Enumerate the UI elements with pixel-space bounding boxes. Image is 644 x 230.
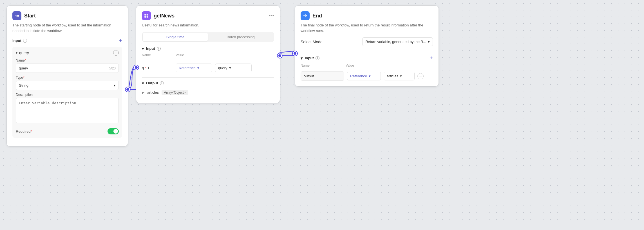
getnews-more-button[interactable]: ••• [269, 13, 274, 19]
start-icon [14, 13, 19, 18]
getnews-tab-batch[interactable]: Batch processing [208, 33, 273, 41]
start-node-description: The starting node of the workflow, used … [12, 22, 122, 33]
start-add-input-button[interactable]: + [119, 37, 122, 44]
getnews-output-articles-type: Array<Object> [162, 90, 188, 95]
getnews-output-label: ▾ Output i [142, 81, 164, 85]
getnews-col-value: Value [176, 53, 184, 57]
end-select-mode-chevron-icon: ▾ [428, 40, 430, 44]
start-name-char-count: 5/20 [109, 66, 116, 70]
svg-rect-2 [144, 14, 146, 15]
start-required-row: Required* [16, 128, 119, 134]
getnews-tab-single[interactable]: Single time [143, 33, 208, 41]
end-remove-output-button[interactable]: − [417, 73, 424, 79]
getnews-output-dot [278, 53, 282, 58]
start-input-label: Input i [12, 39, 27, 43]
getnews-tabs: Single time Batch processing [142, 32, 274, 42]
svg-rect-1 [18, 15, 19, 17]
workflow-canvas: Start The starting node of the workflow,… [0, 0, 644, 230]
end-articles-value-dropdown[interactable]: articles ▾ [384, 72, 415, 80]
end-select-mode-label: Select Mode [301, 40, 323, 44]
getnews-reference-dropdown[interactable]: Reference ▾ [176, 64, 212, 72]
end-output-row: output Reference ▾ articles ▾ − [301, 71, 433, 81]
start-input-info-icon: i [23, 39, 27, 43]
start-node-title: Start [24, 13, 36, 19]
getnews-param-q-name: q * i [142, 66, 173, 70]
start-name-input[interactable]: query 5/20 [16, 64, 119, 73]
end-select-mode-dropdown[interactable]: Return variable, generated by the B... ▾ [362, 37, 433, 46]
end-select-mode-row: Select Mode Return variable, generated b… [301, 37, 433, 50]
start-type-label: Type* [16, 76, 119, 80]
end-node-description: The final node of the workflow, used to … [301, 22, 433, 33]
start-param-remove-button[interactable]: − [113, 50, 119, 56]
end-add-input-button[interactable]: + [430, 55, 433, 61]
end-input-info-icon: i [316, 56, 319, 60]
end-reference-dropdown[interactable]: Reference ▾ [347, 72, 381, 80]
start-param-group-name: query [19, 51, 111, 55]
start-node: Start The starting node of the workflow,… [7, 6, 128, 146]
getnews-node-header: getNews ••• [142, 11, 274, 20]
getnews-input-label: ▾ Input i [142, 46, 161, 51]
end-icon-container [301, 11, 310, 20]
end-articles-chevron-icon: ▾ [400, 74, 402, 78]
start-description-textarea[interactable] [16, 98, 119, 123]
getnews-input-dot [134, 65, 138, 70]
getnews-node-title: getNews [154, 13, 175, 19]
end-icon [303, 13, 308, 18]
end-table-header: Name Value [301, 64, 433, 69]
start-required-label: Required* [16, 129, 32, 134]
start-param-group-header: ▾ query − [16, 50, 119, 56]
svg-rect-0 [17, 15, 18, 17]
end-node-title: End [312, 13, 322, 19]
svg-rect-4 [144, 16, 146, 18]
end-col-value: Value [346, 64, 354, 67]
end-node: End The final node of the workflow, used… [295, 6, 439, 86]
start-output-dot [126, 87, 130, 92]
end-reference-chevron-icon: ▾ [369, 74, 371, 78]
getnews-reference-chevron-icon: ▾ [197, 66, 199, 70]
start-icon-container [12, 11, 21, 20]
start-type-select[interactable]: String ▾ [16, 81, 119, 90]
getnews-output-arrow-icon: ▶ [142, 91, 144, 94]
getnews-query-chevron-icon: ▾ [229, 66, 231, 70]
getnews-divider [142, 77, 274, 78]
getnews-output-articles-name: articles [147, 90, 159, 94]
getnews-icon [144, 13, 149, 18]
getnews-col-name: Name [142, 53, 176, 57]
svg-rect-5 [147, 16, 148, 18]
getnews-input-info-icon: i [157, 47, 161, 51]
svg-rect-3 [147, 14, 148, 15]
start-type-chevron-icon: ▾ [114, 83, 116, 87]
end-input-dot [293, 51, 297, 56]
start-node-header: Start [12, 11, 122, 20]
getnews-output-info-icon: i [160, 81, 164, 85]
start-required-toggle[interactable] [108, 128, 119, 134]
getnews-query-value-dropdown[interactable]: query ▾ [215, 64, 252, 72]
start-param-chevron-icon: ▾ [16, 51, 17, 55]
end-col-name: Name [301, 64, 346, 67]
getnews-table-header: Name Value [142, 53, 274, 59]
start-name-label: Name* [16, 58, 119, 62]
end-output-name-input[interactable]: output [301, 71, 344, 81]
getnews-param-row-q: q * i Reference ▾ query ▾ [142, 62, 274, 74]
getnews-output-articles-row: ▶ articles Array<Object> [142, 88, 274, 97]
getnews-icon-container [142, 11, 151, 20]
end-input-label: ▾ Input i [301, 56, 319, 60]
start-param-group-query: ▾ query − Name* query 5/20 Type* String … [12, 47, 122, 138]
end-node-header: End [301, 11, 433, 20]
start-description-label: Description [16, 93, 119, 97]
getnews-param-q-info-icon: i [148, 66, 149, 70]
getnews-node-description: Useful for search news information. [142, 22, 274, 28]
getnews-node: getNews ••• Useful for search news infor… [136, 6, 280, 103]
